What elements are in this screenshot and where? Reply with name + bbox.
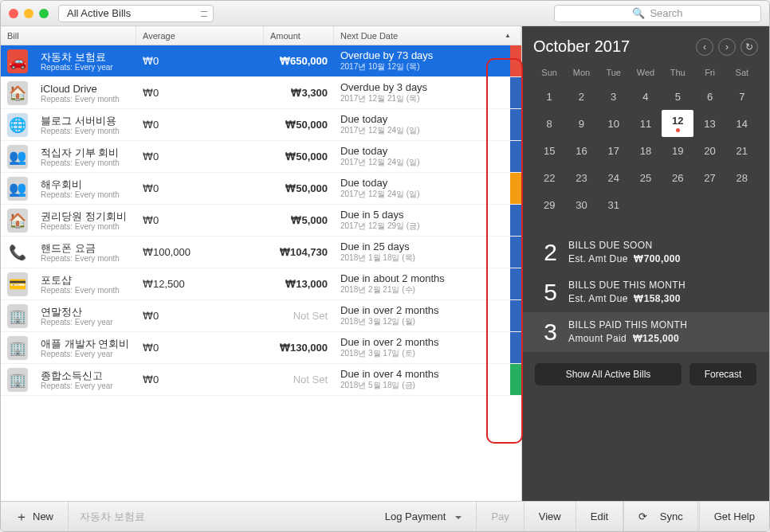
bill-average: ₩0 bbox=[136, 342, 264, 354]
calendar-day[interactable]: 21 bbox=[726, 137, 758, 164]
bill-average: ₩12,500 bbox=[136, 278, 264, 290]
forecast-button[interactable]: Forecast bbox=[689, 363, 756, 385]
calendar-day[interactable]: 26 bbox=[662, 164, 693, 191]
calendar-day[interactable]: 11 bbox=[630, 110, 662, 137]
calendar-day[interactable]: 19 bbox=[662, 137, 693, 164]
bill-icon: 💳 bbox=[7, 272, 28, 296]
bill-icon: 🏢 bbox=[7, 304, 28, 328]
bill-average: ₩0 bbox=[136, 55, 264, 67]
summary-row[interactable]: 2 BILLS DUE SOONEst. Amt Due ₩700,000 bbox=[522, 233, 769, 272]
calendar-day[interactable]: 12 bbox=[662, 110, 693, 137]
table-row[interactable]: 👥 적십자 기부 회비 Repeats: Every month ₩0 ₩50,… bbox=[1, 141, 521, 173]
calendar-day[interactable]: 13 bbox=[693, 110, 725, 137]
bill-due-text: Due today bbox=[340, 177, 515, 189]
footer-selection: 자동차 보험료 bbox=[69, 502, 371, 531]
calendar-day[interactable]: 30 bbox=[565, 191, 597, 218]
calendar-day[interactable]: 3 bbox=[598, 83, 630, 110]
calendar-day[interactable]: 15 bbox=[533, 137, 565, 164]
log-payment-button[interactable]: Log Payment bbox=[371, 502, 477, 531]
bill-average: ₩0 bbox=[136, 151, 264, 162]
summary-count: 3 bbox=[535, 319, 557, 346]
calendar-day[interactable]: 16 bbox=[565, 137, 597, 164]
col-due[interactable]: Next Due Date bbox=[334, 26, 521, 45]
calendar-day[interactable]: 17 bbox=[598, 137, 630, 164]
bill-amount: ₩5,000 bbox=[264, 214, 334, 226]
summary-row[interactable]: 5 BILLS DUE THIS MONTHEst. Amt Due ₩158,… bbox=[522, 272, 769, 312]
pay-button[interactable]: Pay bbox=[477, 502, 524, 531]
bill-repeats: Repeats: Every year bbox=[41, 63, 130, 72]
table-row[interactable]: 🌐 블로그 서버비용 Repeats: Every month ₩0 ₩50,0… bbox=[1, 109, 521, 141]
calendar-day[interactable]: 18 bbox=[630, 137, 662, 164]
get-help-button[interactable]: Get Help bbox=[699, 502, 769, 531]
bill-icon: 🏢 bbox=[7, 336, 28, 360]
minimize-button[interactable] bbox=[24, 9, 33, 18]
cal-next-button[interactable]: › bbox=[718, 38, 736, 56]
edit-button[interactable]: Edit bbox=[576, 502, 623, 531]
calendar-day[interactable]: 4 bbox=[630, 83, 662, 110]
table-row[interactable]: 📞 핸드폰 요금 Repeats: Every month ₩100,000 ₩… bbox=[1, 237, 521, 268]
bill-due-date: 2017년 12월 21일 (목) bbox=[340, 93, 515, 104]
calendar-day[interactable]: 28 bbox=[726, 164, 758, 191]
calendar-day[interactable]: 7 bbox=[726, 83, 758, 110]
summary-label: BILLS PAID THIS MONTHAmount Paid ₩125,00… bbox=[568, 319, 687, 346]
bill-name: 자동차 보험료 bbox=[41, 51, 130, 63]
bill-amount: ₩50,000 bbox=[264, 151, 334, 162]
close-button[interactable] bbox=[9, 9, 18, 18]
calendar-day[interactable]: 6 bbox=[693, 83, 725, 110]
view-button[interactable]: View bbox=[524, 502, 576, 531]
table-row[interactable]: 🏠 iCloud Drive Repeats: Every month ₩0 ₩… bbox=[1, 77, 521, 109]
bill-due-date: 2018년 3월 17일 (토) bbox=[340, 348, 515, 359]
calendar-day bbox=[726, 191, 758, 218]
table-row[interactable]: 🏢 연말정산 Repeats: Every year ₩0 Not Set Du… bbox=[1, 300, 521, 332]
table-row[interactable]: 🏢 종합소득신고 Repeats: Every year ₩0 Not Set … bbox=[1, 364, 521, 396]
calendar-day[interactable]: 29 bbox=[533, 191, 565, 218]
dow-label: Sat bbox=[726, 62, 758, 83]
table-row[interactable]: 🚗 자동차 보험료 Repeats: Every year ₩0 ₩650,00… bbox=[1, 45, 521, 77]
filter-select[interactable]: All Active Bills bbox=[58, 5, 214, 22]
sync-button[interactable]: ⟳ Sync bbox=[623, 502, 698, 531]
table-row[interactable]: 💳 포토샵 Repeats: Every month ₩12,500 ₩13,0… bbox=[1, 268, 521, 300]
status-stripe bbox=[510, 364, 521, 395]
cal-today-button[interactable]: ↻ bbox=[741, 38, 758, 56]
calendar-day[interactable]: 31 bbox=[598, 191, 630, 218]
calendar-day[interactable]: 9 bbox=[565, 110, 597, 137]
col-amount[interactable]: Amount bbox=[264, 26, 334, 45]
calendar-day[interactable]: 10 bbox=[598, 110, 630, 137]
table-row[interactable]: 👥 해우회비 Repeats: Every month ₩0 ₩50,000 D… bbox=[1, 173, 521, 205]
bill-name: 핸드폰 요금 bbox=[41, 242, 130, 254]
col-average[interactable]: Average bbox=[136, 26, 264, 45]
maximize-button[interactable] bbox=[39, 9, 49, 18]
calendar-day[interactable]: 23 bbox=[565, 164, 597, 191]
calendar-day[interactable]: 5 bbox=[662, 83, 693, 110]
calendar-day[interactable]: 2 bbox=[565, 83, 597, 110]
status-stripe bbox=[510, 237, 521, 268]
calendar-day[interactable]: 24 bbox=[598, 164, 630, 191]
calendar-day[interactable]: 1 bbox=[533, 83, 565, 110]
bill-average: ₩0 bbox=[136, 310, 264, 322]
calendar-day[interactable]: 22 bbox=[533, 164, 565, 191]
dow-label: Sun bbox=[533, 62, 565, 83]
col-bill[interactable]: Bill bbox=[1, 26, 136, 45]
bill-repeats: Repeats: Every year bbox=[41, 318, 130, 327]
new-button[interactable]: ＋New bbox=[1, 502, 69, 531]
bill-average: ₩100,000 bbox=[136, 246, 264, 258]
search-input[interactable]: 🔍 Search bbox=[554, 5, 761, 22]
bill-due-date: 2018년 1월 18일 (목) bbox=[340, 252, 515, 264]
table-row[interactable]: 🏠 권리당원 정기회비 Repeats: Every month ₩0 ₩5,0… bbox=[1, 205, 521, 237]
table-row[interactable]: 🏢 애플 개발자 연회비 Repeats: Every year ₩0 ₩130… bbox=[1, 332, 521, 364]
calendar-day[interactable]: 14 bbox=[726, 110, 758, 137]
status-stripe bbox=[510, 173, 521, 204]
bill-icon: 🌐 bbox=[7, 113, 28, 137]
summary-row[interactable]: 3 BILLS PAID THIS MONTHAmount Paid ₩125,… bbox=[522, 312, 769, 352]
calendar-day[interactable]: 8 bbox=[533, 110, 565, 137]
bill-average: ₩0 bbox=[136, 119, 264, 131]
bill-due-date: 2017년 12월 24일 (일) bbox=[340, 189, 515, 200]
calendar-day[interactable]: 25 bbox=[630, 164, 662, 191]
calendar-day[interactable]: 20 bbox=[693, 137, 725, 164]
show-all-bills-button[interactable]: Show All Active Bills bbox=[535, 363, 682, 385]
calendar-day[interactable]: 27 bbox=[693, 164, 725, 191]
cal-prev-button[interactable]: ‹ bbox=[696, 38, 713, 56]
calendar-day bbox=[693, 191, 725, 218]
bill-due-date: 2017년 12월 24일 (일) bbox=[340, 157, 515, 168]
bill-due-text: Due today bbox=[340, 113, 515, 125]
